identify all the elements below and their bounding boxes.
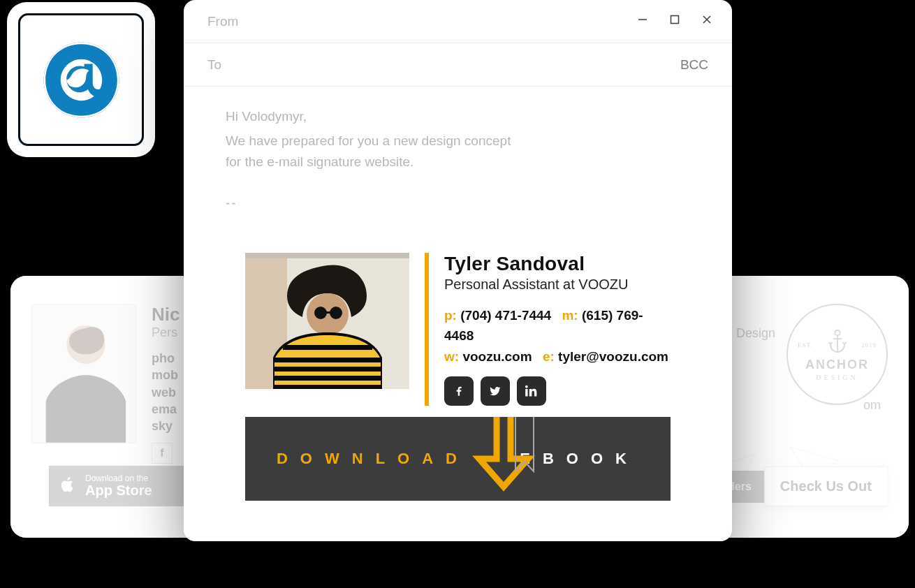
apple-icon [59, 475, 77, 498]
twitter-icon [489, 385, 502, 397]
svg-rect-23 [283, 345, 372, 350]
anchor-icon [827, 328, 848, 355]
appstore-top: Download on the [85, 474, 152, 483]
twitter-link[interactable] [481, 376, 510, 406]
window-minimize-icon[interactable] [636, 13, 650, 27]
svg-rect-21 [274, 376, 381, 381]
anchor-est: EST. [798, 341, 813, 348]
svg-rect-18 [325, 311, 331, 314]
appstore-bottom: App Store [85, 483, 152, 498]
linkedin-icon [525, 385, 538, 397]
anchor-brand: ANCHOR [805, 358, 869, 372]
banner-text-ebook: EBOOK [520, 450, 639, 467]
compose-body[interactable]: Hi Volodymyr, We have prepared for you a… [184, 87, 732, 214]
svg-point-17 [330, 307, 342, 319]
facebook-icon [453, 385, 465, 397]
appstore-badge[interactable]: Download on the App Store [49, 466, 185, 506]
svg-point-16 [314, 307, 327, 319]
mailbird-logo-frame [18, 13, 144, 146]
window-close-icon[interactable] [700, 13, 714, 27]
compose-window: From To BCC Hi Volodymyr, We have prepar… [184, 0, 732, 541]
card-right-check-us-out-button[interactable]: Check Us Out [764, 466, 888, 506]
card-left-facebook-icon[interactable]: f [152, 443, 173, 464]
svg-point-15 [307, 293, 349, 335]
signature-name: Tyler Sandoval [444, 253, 671, 275]
svg-rect-22 [274, 385, 381, 389]
signature-role: Personal Assistant at VOOZU [444, 277, 671, 293]
signature-divider [425, 253, 429, 406]
svg-rect-9 [671, 16, 679, 24]
svg-rect-19 [274, 358, 381, 362]
window-maximize-icon[interactable] [668, 13, 682, 27]
to-label: To [207, 57, 221, 73]
signature-phones: p: (704) 471-7444 m: (615) 769-4468 [444, 305, 671, 346]
mailbird-badge [7, 2, 155, 157]
anchor-brand-sub: DESIGN [816, 374, 858, 381]
card-left-photo [31, 304, 136, 443]
linkedin-link[interactable] [517, 376, 546, 406]
card-right-tag: Design [736, 326, 775, 341]
bcc-button[interactable]: BCC [680, 57, 708, 73]
from-label: From [207, 14, 238, 29]
facebook-link[interactable] [444, 376, 474, 406]
banner-text-download: DOWNLOAD [277, 450, 469, 467]
signature-separator: -- [226, 193, 690, 213]
svg-point-5 [835, 330, 840, 335]
anchor-logo: EST. 2019 ANCHOR DESIGN [786, 304, 888, 405]
mailbird-logo-icon [34, 33, 129, 127]
svg-rect-14 [245, 253, 409, 258]
signature-photo [245, 253, 409, 389]
signature-web-email: w: voozu.com e: tyler@voozu.com [444, 346, 671, 367]
body-message: We have prepared for you a new design co… [226, 131, 512, 172]
body-greeting: Hi Volodymyr, [226, 106, 690, 126]
email-signature: Tyler Sandoval Personal Assistant at VOO… [245, 253, 671, 501]
to-field[interactable]: To BCC [184, 43, 732, 87]
card-right-om: om [863, 398, 881, 413]
download-ebook-banner[interactable]: DOWNLOAD EBOOK [245, 417, 671, 501]
anchor-year: 2019 [861, 341, 877, 348]
svg-rect-20 [274, 367, 381, 372]
